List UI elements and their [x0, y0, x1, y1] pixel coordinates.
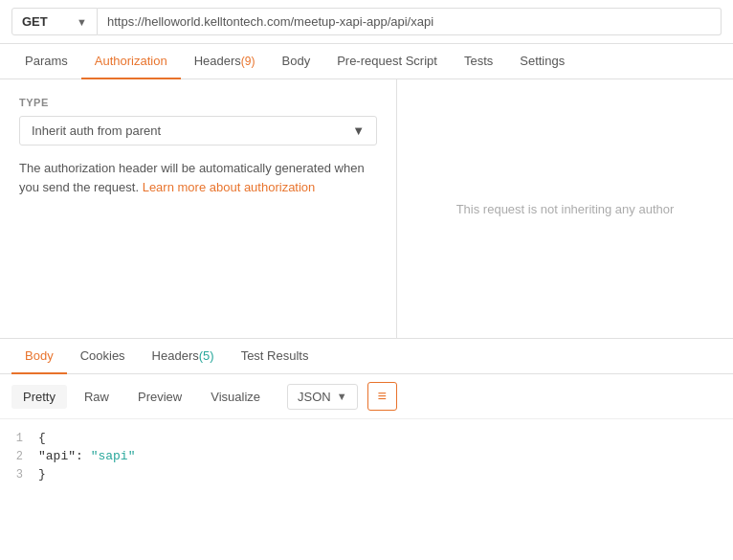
auth-left-panel: TYPE Inherit auth from parent ▼ The auth… [0, 79, 397, 338]
tab-authorization[interactable]: Authorization [81, 44, 181, 79]
code-line-3: 3 } [0, 465, 733, 483]
tab-params[interactable]: Params [11, 44, 81, 79]
url-bar: GET ▼ [0, 0, 733, 44]
format-value: JSON [298, 390, 331, 404]
auth-type-value: Inherit auth from parent [32, 123, 161, 138]
code-line-2: 2 "api": "sapi" [0, 447, 733, 465]
bottom-tabs-bar: Body Cookies Headers(5) Test Results [0, 339, 733, 374]
tab-pre-request-script[interactable]: Pre-request Script [323, 44, 451, 79]
pretty-button[interactable]: Pretty [11, 385, 67, 409]
bottom-tab-body[interactable]: Body [11, 339, 67, 374]
code-area: 1 { 2 "api": "sapi" 3 } [0, 419, 733, 493]
tab-tests[interactable]: Tests [451, 44, 506, 79]
key-text: "api" [38, 449, 76, 463]
code-line-1: 1 { [0, 429, 733, 447]
type-label: TYPE [19, 97, 377, 108]
bottom-headers-badge: (5) [199, 348, 214, 363]
val-text: "sapi" [91, 449, 136, 463]
format-select[interactable]: JSON ▼ [287, 384, 358, 410]
auth-right-panel-text: This request is not inheriting any autho… [456, 202, 675, 216]
code-bracket-open: { [38, 431, 46, 445]
bottom-tab-headers[interactable]: Headers(5) [139, 339, 228, 374]
line-num-3: 3 [0, 468, 38, 482]
top-tabs-bar: Params Authorization Headers(9) Body Pre… [0, 44, 733, 79]
method-label: GET [22, 14, 48, 29]
format-chevron-icon: ▼ [337, 391, 347, 402]
headers-badge: (9) [241, 55, 255, 68]
tab-headers[interactable]: Headers(9) [181, 44, 269, 79]
preview-button[interactable]: Preview [126, 385, 193, 409]
code-key: "api": "sapi" [38, 449, 135, 463]
line-num-1: 1 [0, 432, 38, 445]
url-input[interactable] [98, 8, 722, 35]
wrap-icon: ≡ [378, 388, 387, 405]
visualize-button[interactable]: Visualize [199, 385, 272, 409]
response-toolbar: Pretty Raw Preview Visualize JSON ▼ ≡ [0, 374, 733, 419]
main-content: TYPE Inherit auth from parent ▼ The auth… [0, 79, 733, 338]
code-bracket-close: } [38, 467, 46, 482]
tab-settings[interactable]: Settings [506, 44, 578, 79]
bottom-tab-test-results[interactable]: Test Results [228, 339, 322, 374]
auth-right-panel: This request is not inheriting any autho… [397, 79, 733, 338]
learn-more-link[interactable]: Learn more about authorization [143, 180, 316, 194]
bottom-tab-cookies[interactable]: Cookies [67, 339, 139, 374]
auth-type-chevron-icon: ▼ [352, 123, 365, 138]
auth-description: The authorization header will be automat… [19, 159, 377, 196]
tab-body[interactable]: Body [269, 44, 324, 79]
raw-button[interactable]: Raw [73, 385, 121, 409]
wrap-icon-button[interactable]: ≡ [367, 382, 397, 411]
method-chevron-icon: ▼ [77, 16, 87, 28]
method-select[interactable]: GET ▼ [11, 8, 98, 35]
bottom-section: Body Cookies Headers(5) Test Results Pre… [0, 338, 733, 493]
auth-type-select[interactable]: Inherit auth from parent ▼ [19, 116, 377, 146]
line-num-2: 2 [0, 450, 38, 463]
